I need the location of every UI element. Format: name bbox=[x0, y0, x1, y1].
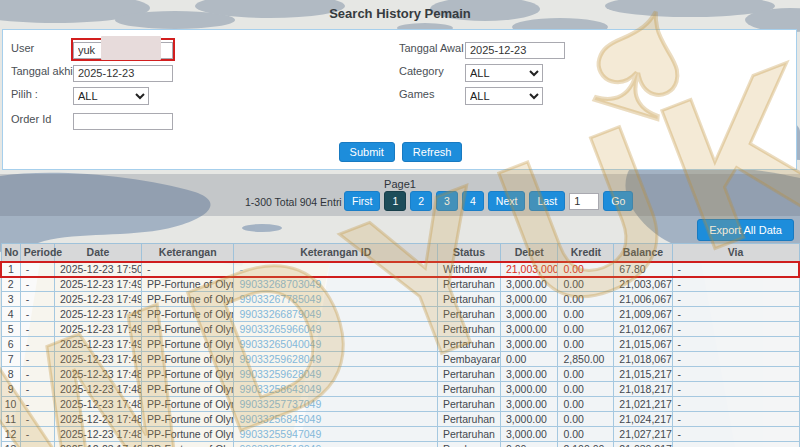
cell-date: 2025-12-23 17:48:58 bbox=[54, 367, 141, 382]
cell-no: 10 bbox=[1, 397, 20, 412]
cell-status: Pertaruhan bbox=[437, 427, 500, 442]
cell-keterangan-id[interactable]: 99033257737049 bbox=[234, 397, 438, 412]
page-indicator: Page1 bbox=[0, 178, 800, 190]
cell-keterangan-id[interactable]: 99033259628049 bbox=[234, 352, 438, 367]
cell-via: - bbox=[672, 442, 799, 447]
cell-keterangan: PP-Fortune of Olympus bbox=[141, 442, 234, 447]
result-range-text: 1-300 Total 904 Entri bbox=[245, 196, 342, 208]
table-row: 2-2025-12-23 17:49:10PP-Fortune of Olymp… bbox=[1, 277, 799, 292]
next-page-button[interactable]: Next bbox=[488, 191, 526, 211]
cell-date: 2025-12-23 17:48:54 bbox=[54, 427, 141, 442]
cell-kredit: 2,850.00 bbox=[558, 352, 614, 367]
cell-keterangan: PP-Fortune of Olympus bbox=[141, 382, 234, 397]
page-button-3[interactable]: 3 bbox=[436, 191, 458, 211]
cell-keterangan: PP-Fortune of Olympus bbox=[141, 322, 234, 337]
cell-no: 12 bbox=[1, 427, 20, 442]
cell-date: 2025-12-23 17:49:08 bbox=[54, 307, 141, 322]
table-row: 1-2025-12-23 17:50:15--Withdraw21,003,00… bbox=[1, 262, 799, 277]
cell-kredit: 0.00 bbox=[558, 382, 614, 397]
cell-no: 13 bbox=[1, 442, 20, 447]
tanggal-awal-label: Tanggal Awal bbox=[399, 42, 464, 54]
cell-keterangan-id[interactable]: 99033265040049 bbox=[234, 337, 438, 352]
cell-keterangan-id[interactable]: 99033259628049 bbox=[234, 367, 438, 382]
cell-balance: 21,015,217.80 bbox=[614, 367, 672, 382]
cell-keterangan-id[interactable]: 99033256845049 bbox=[234, 412, 438, 427]
order-id-label: Order Id bbox=[11, 113, 51, 125]
pilih-select[interactable]: ALL bbox=[73, 87, 149, 105]
column-header-debet: Debet bbox=[501, 244, 558, 262]
cell-status: Pertaruhan bbox=[437, 292, 500, 307]
first-page-button[interactable]: First bbox=[344, 191, 380, 211]
cell-date: 2025-12-23 17:48:53 bbox=[54, 442, 141, 447]
page-button-2[interactable]: 2 bbox=[410, 191, 432, 211]
search-form-panel: User Tanggal akhir Pilih : ALL Order Id … bbox=[2, 29, 797, 170]
games-select[interactable]: ALL bbox=[465, 87, 543, 105]
cell-balance: 21,021,217.80 bbox=[614, 397, 672, 412]
cell-debet: 3,000.00 bbox=[501, 427, 558, 442]
cell-keterangan-id[interactable]: 99033255947049 bbox=[234, 427, 438, 442]
cell-keterangan-id[interactable]: 99033258643049 bbox=[234, 382, 438, 397]
cell-keterangan-id[interactable]: 99033250513049 bbox=[234, 442, 438, 447]
cell-keterangan-id[interactable]: 99033266879049 bbox=[234, 307, 438, 322]
cell-debet: 0.00 bbox=[501, 442, 558, 447]
cell-status: Pertaruhan bbox=[437, 397, 500, 412]
cell-keterangan: PP-Fortune of Olympus bbox=[141, 277, 234, 292]
cell-kredit: 0.00 bbox=[558, 262, 614, 277]
cell-keterangan-id[interactable]: 99033265966049 bbox=[234, 322, 438, 337]
table-row: 9-2025-12-23 17:48:57PP-Fortune of Olymp… bbox=[1, 382, 799, 397]
go-button[interactable]: Go bbox=[603, 191, 633, 211]
cell-date: 2025-12-23 17:49:06 bbox=[54, 322, 141, 337]
export-all-data-button[interactable]: Export All Data bbox=[697, 219, 794, 241]
tanggal-akhir-input[interactable] bbox=[73, 65, 173, 82]
cell-debet: 3,000.00 bbox=[501, 277, 558, 292]
cell-keterangan: PP-Fortune of Olympus bbox=[141, 337, 234, 352]
cell-kredit: 0.00 bbox=[558, 277, 614, 292]
cell-status: Pertaruhan bbox=[437, 382, 500, 397]
cell-balance: 21,012,067.80 bbox=[614, 322, 672, 337]
submit-button[interactable]: Submit bbox=[339, 142, 395, 162]
cell-keterangan-id[interactable]: 99033267785049 bbox=[234, 292, 438, 307]
goto-page-input[interactable] bbox=[569, 193, 599, 210]
cell-keterangan: - bbox=[141, 262, 234, 277]
category-select[interactable]: ALL bbox=[465, 64, 543, 82]
last-page-button[interactable]: Last bbox=[529, 191, 565, 211]
cell-debet: 3,000.00 bbox=[501, 307, 558, 322]
cell-status: Pertaruhan bbox=[437, 367, 500, 382]
cell-periode: - bbox=[20, 292, 54, 307]
column-header-kredit: Kredit bbox=[558, 244, 614, 262]
cell-balance: 21,003,067.80 bbox=[614, 277, 672, 292]
tanggal-awal-input[interactable] bbox=[465, 42, 565, 59]
column-header-periode: Periode bbox=[20, 244, 54, 262]
table-row: 5-2025-12-23 17:49:06PP-Fortune of Olymp… bbox=[1, 322, 799, 337]
cell-kredit: 2,100.00 bbox=[558, 442, 614, 447]
cell-periode: - bbox=[20, 427, 54, 442]
cell-via: - bbox=[672, 397, 799, 412]
column-header-date: Date bbox=[54, 244, 141, 262]
table-row: 7-2025-12-23 17:49:04PP-Fortune of Olymp… bbox=[1, 352, 799, 367]
column-header-keterangan-id: Keterangan ID bbox=[234, 244, 438, 262]
cell-periode: - bbox=[20, 442, 54, 447]
pagination-bar: First 1 2 3 4 Next Last Go bbox=[344, 191, 633, 211]
cell-periode: - bbox=[20, 262, 54, 277]
cell-kredit: 0.00 bbox=[558, 412, 614, 427]
pilih-label: Pilih : bbox=[11, 88, 38, 100]
cell-balance: 21,009,067.80 bbox=[614, 307, 672, 322]
cell-keterangan-id[interactable]: 99033268703049 bbox=[234, 277, 438, 292]
cell-no: 5 bbox=[1, 322, 20, 337]
cell-no: 9 bbox=[1, 382, 20, 397]
cell-via: - bbox=[672, 262, 799, 277]
cell-no: 6 bbox=[1, 337, 20, 352]
refresh-button[interactable]: Refresh bbox=[402, 142, 463, 162]
order-id-input[interactable] bbox=[73, 113, 173, 130]
cell-kredit: 0.00 bbox=[558, 322, 614, 337]
cell-status: Pertaruhan bbox=[437, 307, 500, 322]
cell-keterangan: PP-Fortune of Olympus bbox=[141, 397, 234, 412]
cell-keterangan: PP-Fortune of Olympus bbox=[141, 367, 234, 382]
cell-no: 1 bbox=[1, 262, 20, 277]
cell-balance: 21,006,067.80 bbox=[614, 292, 672, 307]
cell-keterangan: PP-Fortune of Olympus bbox=[141, 292, 234, 307]
page-button-4[interactable]: 4 bbox=[462, 191, 484, 211]
page-button-1[interactable]: 1 bbox=[384, 191, 406, 211]
cell-debet: 3,000.00 bbox=[501, 382, 558, 397]
cell-via: - bbox=[672, 367, 799, 382]
